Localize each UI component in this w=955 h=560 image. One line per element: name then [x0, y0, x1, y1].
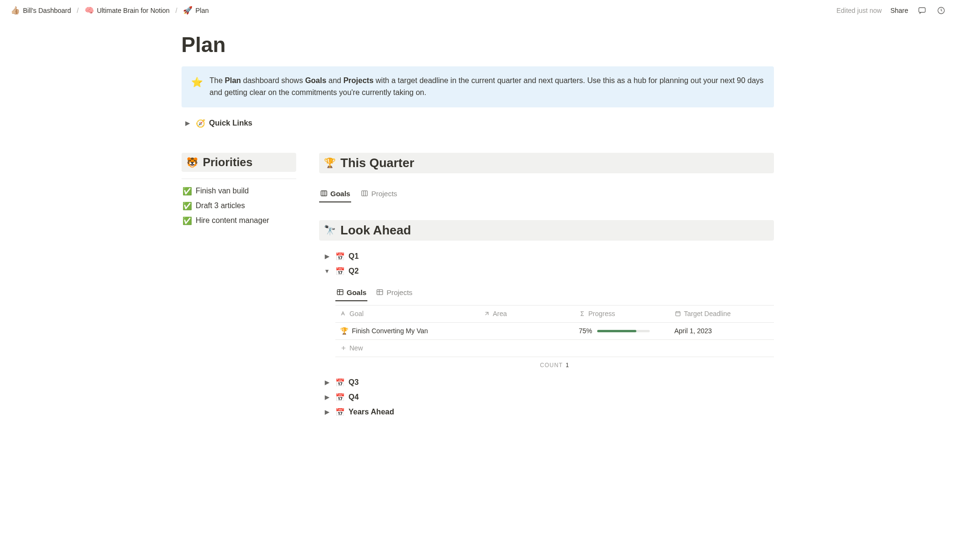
cell-area: [479, 327, 574, 335]
comments-icon[interactable]: [917, 5, 927, 16]
toggle-label: Years Ahead: [349, 408, 394, 416]
priorities-column: 🐯 Priorities ✅ Finish van build ✅ Draft …: [182, 153, 296, 420]
sigma-icon: [579, 310, 586, 317]
priority-label: Draft 3 articles: [196, 201, 245, 210]
thumbs-up-icon: 👍🏼: [11, 6, 20, 15]
tab-projects[interactable]: Projects: [360, 187, 398, 202]
svg-rect-6: [676, 312, 680, 316]
share-button[interactable]: Share: [891, 7, 908, 14]
col-label: Goal: [350, 310, 364, 317]
checkbox-icon: ✅: [182, 201, 192, 211]
toggle-q4[interactable]: ▶ 📅 Q4: [319, 390, 774, 405]
callout[interactable]: ⭐ The Plan dashboard shows Goals and Pro…: [182, 66, 774, 107]
toggle-label: Q3: [349, 378, 359, 387]
svg-rect-5: [377, 290, 383, 295]
breadcrumb-label: Bill's Dashboard: [23, 7, 71, 14]
table-row[interactable]: 🏆 Finish Converting My Van 75% April 1,: [335, 323, 774, 340]
priority-item[interactable]: ✅ Finish van build: [182, 184, 296, 199]
telescope-icon: 🔭: [324, 224, 336, 236]
svg-rect-2: [321, 191, 327, 196]
caret-right-icon: ▶: [183, 119, 192, 127]
calendar-icon: 📅: [335, 267, 345, 276]
toggle-label: Q1: [349, 252, 359, 261]
date-icon: [675, 310, 681, 317]
section-heading-priorities[interactable]: 🐯 Priorities: [182, 153, 296, 172]
breadcrumb-item-plan[interactable]: 🚀 Plan: [181, 5, 211, 16]
text-icon: [340, 310, 347, 317]
section-heading-this-quarter[interactable]: 🏆 This Quarter: [319, 153, 774, 173]
toggle-label: Q2: [349, 267, 359, 275]
caret-down-icon: ▼: [323, 267, 332, 275]
toggle-q3[interactable]: ▶ 📅 Q3: [319, 375, 774, 390]
topbar: 👍🏼 Bill's Dashboard / 🧠 Ultimate Brain f…: [0, 0, 955, 19]
new-row[interactable]: New: [335, 340, 774, 357]
breadcrumb-sep: /: [175, 7, 177, 14]
priority-item[interactable]: ✅ Draft 3 articles: [182, 199, 296, 213]
new-label: New: [350, 344, 363, 352]
page-title[interactable]: Plan: [182, 33, 774, 57]
tabs-q2: Goals Projects: [335, 285, 774, 301]
columns: 🐯 Priorities ✅ Finish van build ✅ Draft …: [182, 153, 774, 420]
priority-item[interactable]: ✅ Hire content manager: [182, 213, 296, 228]
breadcrumb-item-dashboard[interactable]: 👍🏼 Bill's Dashboard: [9, 5, 73, 16]
toggle-q2[interactable]: ▼ 📅 Q2: [319, 264, 774, 279]
progress-pct: 75%: [579, 327, 592, 335]
cell-goal: 🏆 Finish Converting My Van: [335, 323, 479, 338]
tab-label: Goals: [331, 190, 351, 198]
page: Plan ⭐ The Plan dashboard shows Goals an…: [162, 19, 793, 448]
checkbox-icon: ✅: [182, 187, 192, 196]
col-area[interactable]: Area: [479, 307, 574, 320]
table-icon: [336, 288, 344, 296]
svg-rect-0: [919, 8, 925, 12]
table-header: Goal Area Progress: [335, 306, 774, 323]
plus-icon: [340, 345, 347, 351]
count-label: COUNT: [540, 362, 563, 369]
progress-bar: [597, 330, 650, 332]
priority-label: Hire content manager: [196, 216, 269, 225]
tab-label: Projects: [371, 190, 397, 198]
tab-label: Projects: [386, 288, 412, 296]
col-deadline[interactable]: Target Deadline: [670, 307, 774, 320]
caret-right-icon: ▶: [323, 378, 332, 387]
col-progress[interactable]: Progress: [574, 307, 670, 320]
brain-icon: 🧠: [85, 6, 94, 15]
calendar-icon: 📅: [335, 378, 345, 387]
relation-icon: [483, 310, 490, 317]
svg-rect-3: [362, 191, 367, 196]
board-icon: [361, 190, 368, 197]
toggle-years-ahead[interactable]: ▶ 📅 Years Ahead: [319, 405, 774, 420]
calendar-icon: 📅: [335, 393, 345, 402]
q2-goals-table: Goal Area Progress: [335, 305, 774, 357]
cell-progress: 75%: [574, 323, 670, 338]
tiger-icon: 🐯: [186, 157, 198, 168]
trophy-icon: 🏆: [324, 157, 336, 169]
breadcrumb-sep: /: [77, 7, 79, 14]
q2-body: Goals Projects Goal: [319, 285, 774, 375]
tab-q2-goals[interactable]: Goals: [335, 285, 368, 301]
section-title: Look Ahead: [341, 223, 411, 238]
count-row: COUNT 1: [335, 357, 774, 375]
edited-status: Edited just now: [837, 7, 882, 14]
breadcrumb-label: Ultimate Brain for Notion: [97, 7, 170, 14]
svg-rect-4: [337, 290, 343, 295]
breadcrumb-item-brain[interactable]: 🧠 Ultimate Brain for Notion: [83, 5, 172, 16]
tab-q2-projects[interactable]: Projects: [375, 285, 413, 301]
toggle-label: Q4: [349, 393, 359, 402]
priority-label: Finish van build: [196, 187, 249, 195]
toggle-label: Quick Links: [209, 119, 253, 127]
table-icon: [376, 288, 384, 296]
rocket-icon: 🚀: [183, 6, 193, 15]
toggle-q1[interactable]: ▶ 📅 Q1: [319, 249, 774, 264]
col-label: Progress: [589, 310, 615, 317]
history-icon[interactable]: [936, 5, 946, 16]
progress-fill: [597, 330, 637, 332]
breadcrumb: 👍🏼 Bill's Dashboard / 🧠 Ultimate Brain f…: [9, 5, 211, 16]
caret-right-icon: ▶: [323, 393, 332, 402]
tab-goals[interactable]: Goals: [319, 187, 352, 202]
tabs-this-quarter: Goals Projects: [319, 187, 774, 203]
section-title: This Quarter: [341, 156, 415, 170]
toggle-quick-links[interactable]: ▶ 🧭 Quick Links: [182, 116, 774, 131]
col-goal[interactable]: Goal: [335, 307, 479, 320]
section-title: Priorities: [203, 156, 253, 169]
section-heading-look-ahead[interactable]: 🔭 Look Ahead: [319, 220, 774, 241]
